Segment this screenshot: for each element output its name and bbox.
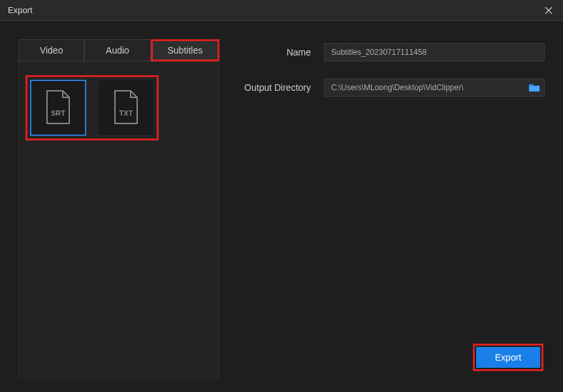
- directory-input-wrapper: [324, 78, 545, 97]
- tabs-bar: Video Audio Subtitles: [18, 39, 219, 61]
- svg-text:SRT: SRT: [51, 109, 65, 117]
- name-row: Name: [238, 43, 545, 61]
- svg-text:TXT: TXT: [120, 109, 133, 117]
- format-option-txt[interactable]: TXT: [98, 80, 154, 136]
- titlebar: Export: [0, 0, 563, 21]
- file-txt-icon: TXT: [111, 90, 141, 126]
- left-panel: Video Audio Subtitles SRT: [18, 39, 219, 379]
- directory-row: Output Directory: [238, 78, 545, 97]
- format-grid-highlight: SRT TXT: [25, 75, 159, 140]
- format-grid: SRT TXT: [30, 80, 154, 136]
- folder-icon: [528, 83, 540, 92]
- name-input[interactable]: [324, 43, 545, 61]
- format-option-srt[interactable]: SRT: [30, 80, 86, 136]
- content-area: Video Audio Subtitles SRT: [0, 21, 563, 392]
- window-title: Export: [8, 5, 33, 15]
- name-label: Name: [238, 47, 311, 57]
- file-srt-icon: SRT: [43, 90, 73, 126]
- directory-label: Output Directory: [238, 82, 311, 93]
- tab-subtitles[interactable]: Subtitles: [151, 39, 219, 61]
- export-button[interactable]: Export: [476, 347, 540, 368]
- tab-video[interactable]: Video: [18, 39, 84, 61]
- right-panel: Name Output Directory: [238, 39, 545, 379]
- format-panel: SRT TXT: [18, 61, 219, 379]
- export-button-highlight: Export: [473, 344, 543, 371]
- browse-button[interactable]: [527, 82, 541, 93]
- directory-input[interactable]: [325, 79, 527, 96]
- bottom-bar: Export: [473, 344, 543, 371]
- close-button[interactable]: [542, 4, 555, 17]
- tab-audio[interactable]: Audio: [84, 39, 150, 61]
- close-icon: [545, 7, 553, 14]
